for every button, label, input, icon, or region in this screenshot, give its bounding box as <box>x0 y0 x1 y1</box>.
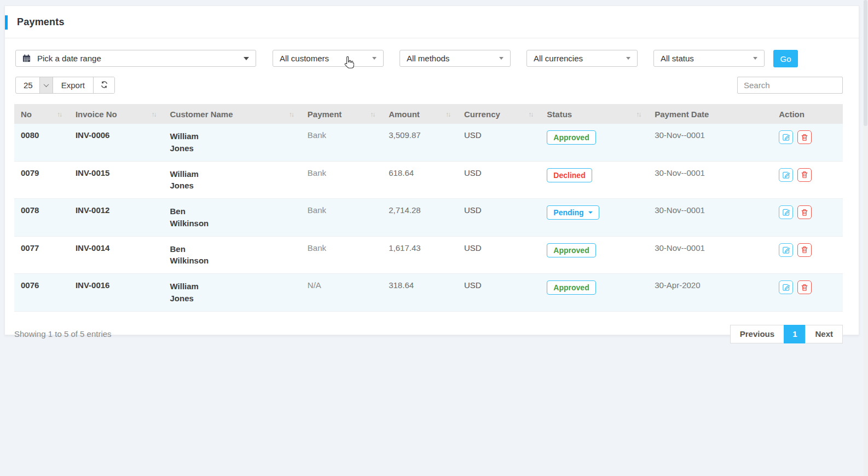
status-badge[interactable]: Pending <box>547 205 599 220</box>
table-row: 0077 INV-0014 Ben Wilkinson Bank 1,617.4… <box>14 236 843 274</box>
currencies-filter[interactable]: All currencies <box>526 50 638 67</box>
cell-currency: USD <box>458 161 540 199</box>
scrollbar-thumb[interactable] <box>864 0 867 126</box>
trash-icon <box>801 246 808 254</box>
table-row: 0078 INV-0012 Ben Wilkinson Bank 2,714.2… <box>14 199 843 237</box>
cell-customer-name: William Jones <box>164 124 301 161</box>
chevron-down-icon <box>372 57 377 60</box>
sort-icon[interactable]: ↑↓ <box>528 111 534 118</box>
table-row: 0079 INV-0015 William Jones Bank 618.64 … <box>14 161 843 199</box>
customers-filter-value: All customers <box>280 54 329 63</box>
page-size-select[interactable]: 25 <box>16 77 53 93</box>
next-page-button[interactable]: Next <box>805 325 843 343</box>
edit-icon <box>782 171 790 179</box>
cell-payment-method: Bank <box>301 161 382 199</box>
accent-bar <box>5 15 8 30</box>
trash-icon <box>801 284 808 291</box>
export-button[interactable]: Export <box>53 77 93 93</box>
page-1-button[interactable]: 1 <box>784 325 806 343</box>
edit-icon <box>782 246 790 254</box>
cell-invoice-no: INV-0015 <box>69 161 164 199</box>
date-range-picker[interactable]: Pick a date range <box>15 50 256 67</box>
column-header-invoice-no[interactable]: Invoice No ↑↓ <box>69 104 164 124</box>
column-header-no[interactable]: No ↑↓ <box>14 104 69 124</box>
column-header-status[interactable]: Status ↑↓ <box>540 104 648 124</box>
sort-icon[interactable]: ↑↓ <box>370 111 375 118</box>
page-title: Payments <box>17 16 65 28</box>
table-row: 0076 INV-0016 William Jones N/A 318.64 U… <box>14 274 843 312</box>
entries-summary: Showing 1 to 5 of 5 entries <box>14 329 112 339</box>
cell-invoice-no: INV-0006 <box>69 124 164 161</box>
cell-payment-date: 30-Nov--0001 <box>648 199 772 237</box>
sort-icon[interactable]: ↑↓ <box>445 111 451 118</box>
refresh-button[interactable] <box>93 77 114 93</box>
cell-action <box>772 274 843 312</box>
delete-button[interactable] <box>797 243 812 257</box>
payments-table: No ↑↓ Invoice No ↑↓ Customer Name ↑↓ Pay… <box>14 104 843 312</box>
table-toolbar-group: 25 Export <box>15 77 115 94</box>
column-header-payment-date[interactable]: Payment Date <box>648 104 772 124</box>
column-header-customer-name[interactable]: Customer Name ↑↓ <box>164 104 301 124</box>
methods-filter[interactable]: All methods <box>400 50 511 67</box>
previous-page-button[interactable]: Previous <box>730 325 784 343</box>
column-header-payment[interactable]: Payment ↑↓ <box>301 104 382 124</box>
search-input[interactable] <box>737 77 843 94</box>
edit-icon <box>782 133 790 141</box>
status-filter[interactable]: All status <box>653 50 765 67</box>
chevron-down-icon <box>588 211 593 214</box>
cell-amount: 1,617.43 <box>382 236 458 274</box>
edit-button[interactable] <box>779 243 793 257</box>
edit-button[interactable] <box>779 130 793 144</box>
column-header-currency[interactable]: Currency ↑↓ <box>458 104 540 124</box>
column-header-amount[interactable]: Amount ↑↓ <box>382 104 458 124</box>
cell-currency: USD <box>458 236 540 274</box>
cell-status: Pending <box>540 199 648 237</box>
status-badge[interactable]: Declined <box>547 168 592 182</box>
cell-currency: USD <box>458 274 540 312</box>
delete-button[interactable] <box>797 168 812 182</box>
delete-button[interactable] <box>797 280 812 294</box>
cell-payment-date: 30-Apr-2020 <box>648 274 772 312</box>
delete-button[interactable] <box>797 205 812 219</box>
chevron-down-icon <box>244 57 249 60</box>
cell-status: Approved <box>540 124 648 161</box>
date-range-label: Pick a date range <box>37 54 101 63</box>
card-footer: Showing 1 to 5 of 5 entries Previous 1 N… <box>14 325 843 343</box>
delete-button[interactable] <box>797 130 812 144</box>
status-badge[interactable]: Approved <box>547 243 595 257</box>
status-filter-value: All status <box>661 54 694 63</box>
methods-filter-value: All methods <box>407 54 449 63</box>
cell-no: 0076 <box>14 274 69 312</box>
sort-icon[interactable]: ↑↓ <box>152 111 157 118</box>
chevron-down-icon <box>753 57 757 60</box>
edit-button[interactable] <box>779 205 793 219</box>
customers-filter[interactable]: All customers <box>273 50 384 67</box>
cell-amount: 3,509.87 <box>382 124 458 161</box>
status-badge[interactable]: Approved <box>547 130 595 145</box>
cell-payment-method: N/A <box>301 274 382 312</box>
cell-no: 0079 <box>14 161 69 199</box>
edit-button[interactable] <box>779 168 793 182</box>
go-button[interactable]: Go <box>773 50 798 67</box>
sort-icon[interactable]: ↑↓ <box>636 111 641 118</box>
cell-customer-name: William Jones <box>164 161 301 199</box>
chevron-down-icon <box>499 57 504 60</box>
currencies-filter-value: All currencies <box>534 54 583 63</box>
column-header-action[interactable]: Action <box>772 104 843 124</box>
sort-icon[interactable]: ↑↓ <box>57 111 62 118</box>
chevron-down-icon <box>626 57 630 60</box>
cell-currency: USD <box>458 199 540 237</box>
cell-customer-name: William Jones <box>164 274 301 312</box>
vertical-scrollbar[interactable] <box>863 0 868 476</box>
cell-invoice-no: INV-0016 <box>69 274 164 312</box>
status-badge[interactable]: Approved <box>547 280 595 295</box>
cell-action <box>772 199 843 237</box>
cell-action <box>772 124 843 161</box>
cell-invoice-no: INV-0014 <box>69 236 164 274</box>
cell-status: Approved <box>540 274 648 312</box>
cell-action <box>772 161 843 199</box>
cell-no: 0080 <box>14 124 69 161</box>
edit-button[interactable] <box>779 280 793 294</box>
cell-action <box>772 236 843 274</box>
sort-icon[interactable]: ↑↓ <box>289 111 294 118</box>
